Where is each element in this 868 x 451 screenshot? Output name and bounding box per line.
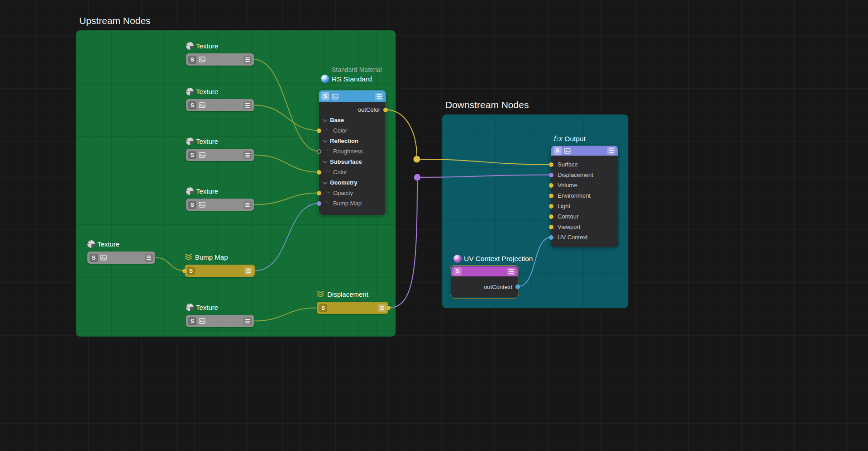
menu-icon[interactable] <box>507 268 515 275</box>
menu-icon[interactable] <box>145 254 153 262</box>
port-dot-subsurface-color[interactable] <box>317 170 321 175</box>
chevron-down-icon[interactable] <box>323 160 327 164</box>
reroute-dot-yellow[interactable] <box>414 156 420 163</box>
node-label: Displacement <box>317 290 368 298</box>
port-row-uv-context: UV Context <box>551 232 618 242</box>
s-badge: S <box>453 267 462 275</box>
port-dot-displacement-output[interactable] <box>386 306 391 310</box>
texture-node-1[interactable]: Texture S <box>186 53 254 66</box>
reroute-dot-purple[interactable] <box>414 174 421 181</box>
menu-icon[interactable] <box>244 267 253 275</box>
rs-standard-caption: Standard Material RS Standard <box>319 66 382 83</box>
node-title: Displacement <box>327 290 368 298</box>
port-dot-contour[interactable] <box>549 214 553 219</box>
s-badge: S <box>319 304 327 312</box>
port-row-light: Light <box>551 201 618 211</box>
menu-icon[interactable] <box>243 151 252 159</box>
displacement-node[interactable]: Displacement S <box>317 302 388 314</box>
texture-node-body[interactable]: S <box>186 149 254 161</box>
node-editor-canvas[interactable]: Upstream Nodes Downstream Nodes Texture … <box>0 0 868 451</box>
s-badge: S <box>188 101 196 109</box>
group-label: Geometry <box>330 179 358 186</box>
port-label: Light <box>558 203 570 209</box>
node-title: Texture <box>196 304 218 311</box>
port-label: Volume <box>558 182 577 189</box>
bump-map-node[interactable]: Bump Map S <box>185 265 255 277</box>
rs-standard-node[interactable]: S outColor Base Color Reflection <box>319 90 386 215</box>
uv-projection-node[interactable]: S outContext <box>451 266 518 297</box>
port-dot-bump-input[interactable] <box>182 269 187 273</box>
port-dot-outcontext[interactable] <box>515 285 520 289</box>
texture-node-4[interactable]: Texture S <box>186 199 254 211</box>
texture-node-5[interactable]: Texture S <box>87 252 155 264</box>
node-label: Texture <box>186 304 218 311</box>
node-title: UV Context Projection <box>464 255 533 263</box>
texture-node-body[interactable]: S <box>186 53 254 66</box>
menu-icon[interactable] <box>378 304 386 312</box>
port-dot-opacity[interactable] <box>317 191 321 195</box>
port-dot-viewport[interactable] <box>549 225 553 229</box>
port-label: Bump Map <box>333 200 362 207</box>
texture-node-2[interactable]: Texture S <box>186 99 254 111</box>
menu-icon[interactable] <box>243 101 252 109</box>
uv-projection-caption: UV Context Projection <box>452 255 533 263</box>
texture-node-body[interactable]: S <box>186 99 254 111</box>
port-dot-surface[interactable] <box>549 162 553 167</box>
output-node[interactable]: S Surface Displacement Volume Environmen… <box>551 146 618 247</box>
texture-node-body[interactable]: S <box>186 315 254 327</box>
port-label: Viewport <box>558 223 580 230</box>
node-label: Texture <box>186 42 218 50</box>
node-title: Texture <box>196 88 218 95</box>
port-dot-light[interactable] <box>549 204 553 209</box>
node-label: Bump Map <box>185 253 228 261</box>
node-label: Texture <box>186 88 218 95</box>
port-dot-uv-context[interactable] <box>549 235 553 240</box>
uv-sphere-icon <box>453 255 462 263</box>
menu-icon[interactable] <box>243 56 252 64</box>
node-category-label: Standard Material <box>332 66 382 73</box>
menu-icon[interactable] <box>243 201 252 209</box>
port-label: Environment <box>558 192 591 199</box>
output-node-body: Surface Displacement Volume Environment … <box>551 156 618 247</box>
image-icon <box>564 148 571 154</box>
chevron-down-icon[interactable] <box>323 118 327 122</box>
port-dot-environment[interactable] <box>549 194 553 198</box>
rs-standard-node-header[interactable]: S <box>319 90 386 102</box>
port-row-contour: Contour <box>551 211 618 222</box>
rs-standard-node-body: outColor Base Color Reflection Roughness <box>319 102 386 215</box>
port-dot-outcolor[interactable] <box>383 108 388 112</box>
s-badge: S <box>321 92 329 100</box>
image-icon <box>199 57 205 62</box>
texture-node-6[interactable]: Texture S <box>186 315 254 327</box>
group-title-downstream: Downstream Nodes <box>445 100 529 110</box>
node-label: Texture <box>186 138 218 145</box>
port-label: UV Context <box>558 234 587 241</box>
node-title: Bump Map <box>195 253 228 261</box>
menu-icon[interactable] <box>375 93 383 100</box>
uv-projection-node-header[interactable]: S <box>451 266 518 276</box>
port-dot-displacement[interactable] <box>549 173 553 177</box>
port-label: Contour <box>558 213 578 220</box>
material-sphere-icon <box>321 75 329 83</box>
output-node-header[interactable]: S <box>551 146 618 156</box>
port-label: Opacity <box>333 190 353 196</box>
menu-icon[interactable] <box>243 317 252 325</box>
texture-node-3[interactable]: Texture S <box>186 149 254 161</box>
texture-node-body[interactable]: S <box>186 199 254 211</box>
tree-line <box>326 144 330 151</box>
waves-icon <box>185 254 193 261</box>
texture-node-body[interactable]: S <box>87 252 155 264</box>
port-dot-bump-map[interactable] <box>317 201 321 206</box>
chevron-down-icon[interactable] <box>323 139 327 143</box>
menu-icon[interactable] <box>607 147 615 155</box>
waves-icon <box>317 291 325 298</box>
node-title: Texture <box>196 187 218 195</box>
port-dot-volume[interactable] <box>549 183 553 188</box>
node-title: Texture <box>196 42 218 50</box>
port-dot-roughness[interactable] <box>317 149 321 154</box>
s-badge: S <box>188 201 196 209</box>
displacement-node-body[interactable]: S <box>317 302 388 314</box>
chevron-down-icon[interactable] <box>323 180 327 185</box>
bump-map-node-body[interactable]: S <box>185 265 255 277</box>
port-dot-base-color[interactable] <box>317 128 321 133</box>
